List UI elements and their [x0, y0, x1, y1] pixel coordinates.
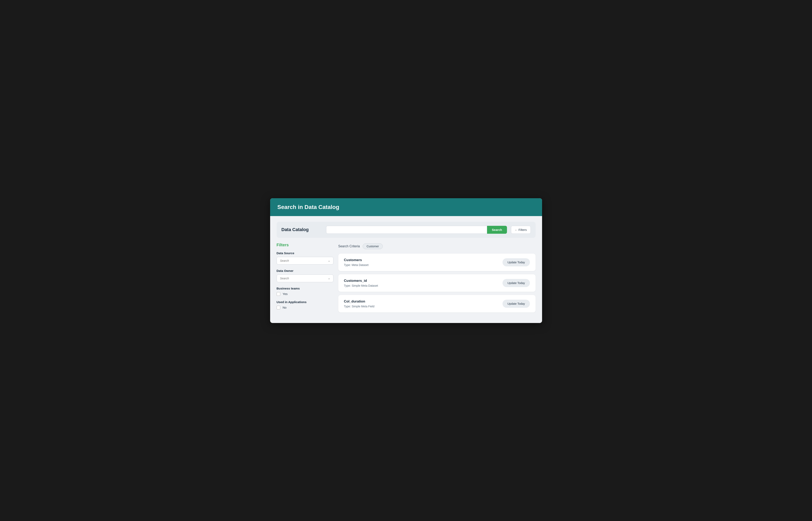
data-owner-filter: Data Owner Search ⌄	[277, 269, 334, 282]
used-in-apps-label: Used in Applications	[277, 300, 334, 304]
data-source-chevron-icon: ⌄	[328, 259, 330, 262]
search-button[interactable]: Search	[487, 226, 507, 234]
update-button-2[interactable]: Update Today	[502, 300, 530, 308]
result-title-2: Col_duration	[344, 299, 375, 303]
data-source-filter: Data Source Search ⌄	[277, 251, 334, 265]
used-in-apps-checkbox-row: No	[277, 306, 334, 310]
content-area: Data Catalog Search ⌄ Filters Filters Da…	[270, 216, 542, 323]
result-type-0: Type: Meta Dataset	[344, 263, 368, 267]
data-owner-label: Data Owner	[277, 269, 334, 272]
main-layout: Filters Data Source Search ⌄ Data Owner …	[277, 243, 536, 316]
search-criteria-label: Search Criteria	[338, 245, 360, 248]
main-window: Search in Data Catalog Data Catalog Sear…	[270, 198, 542, 323]
result-info-1: Customers_id Type: Simple Meta Dataset	[344, 279, 378, 287]
data-owner-placeholder: Search	[280, 277, 289, 280]
business-teams-checkbox-row: Yes	[277, 292, 334, 296]
search-criteria-tag[interactable]: Customer	[363, 244, 383, 249]
used-in-apps-checkbox[interactable]	[277, 306, 280, 310]
results-area: Search Criteria Customer Customers Type:…	[338, 243, 536, 316]
result-type-2: Type: Simple Meta Field	[344, 305, 375, 308]
search-input[interactable]	[326, 226, 487, 234]
update-button-1[interactable]: Update Today	[502, 279, 530, 287]
result-card-2: Col_duration Type: Simple Meta Field Upd…	[338, 295, 536, 313]
page-title: Search in Data Catalog	[277, 204, 339, 210]
chevron-down-icon: ⌄	[515, 228, 517, 231]
data-owner-dropdown[interactable]: Search ⌄	[277, 274, 334, 282]
data-source-placeholder: Search	[280, 259, 289, 262]
business-teams-option-label: Yes	[283, 292, 288, 296]
business-teams-checkbox[interactable]	[277, 292, 280, 296]
sidebar-filters: Filters Data Source Search ⌄ Data Owner …	[277, 243, 334, 316]
filters-heading: Filters	[277, 243, 334, 247]
data-owner-chevron-icon: ⌄	[328, 277, 330, 280]
search-criteria-row: Search Criteria Customer	[338, 243, 536, 250]
result-info-0: Customers Type: Meta Dataset	[344, 258, 368, 267]
result-title-1: Customers_id	[344, 279, 378, 283]
business-teams-label: Business teams	[277, 287, 334, 290]
filters-toggle-label: Filters	[519, 228, 527, 231]
data-source-label: Data Source	[277, 251, 334, 255]
result-card-0: Customers Type: Meta Dataset Update Toda…	[338, 254, 536, 271]
result-title-0: Customers	[344, 258, 368, 262]
search-bar-container: Data Catalog Search ⌄ Filters	[277, 222, 536, 238]
result-type-1: Type: Simple Meta Dataset	[344, 284, 378, 287]
business-teams-filter: Business teams Yes	[277, 287, 334, 296]
data-source-dropdown[interactable]: Search ⌄	[277, 257, 334, 265]
search-input-wrapper: Search	[326, 226, 507, 234]
used-in-apps-option-label: No	[283, 306, 287, 309]
result-card-1: Customers_id Type: Simple Meta Dataset U…	[338, 274, 536, 292]
header-bar: Search in Data Catalog	[270, 198, 542, 216]
used-in-apps-filter: Used in Applications No	[277, 300, 334, 310]
update-button-0[interactable]: Update Today	[502, 258, 530, 266]
filters-toggle-button[interactable]: ⌄ Filters	[511, 226, 531, 234]
catalog-title: Data Catalog	[281, 227, 322, 232]
result-info-2: Col_duration Type: Simple Meta Field	[344, 299, 375, 308]
